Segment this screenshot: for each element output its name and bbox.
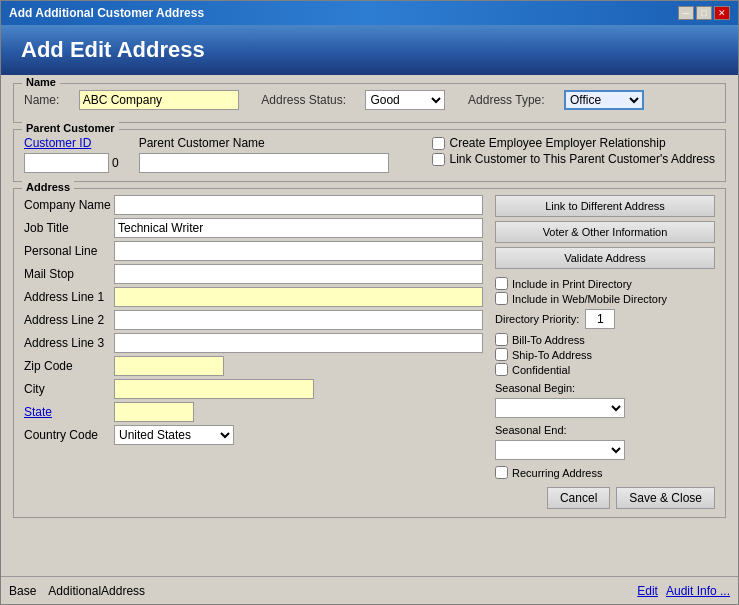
address-status-select[interactable]: Good bbox=[365, 90, 445, 110]
seasonal-end-label: Seasonal End: bbox=[495, 424, 715, 436]
confidential-label: Confidential bbox=[512, 364, 570, 376]
maximize-button[interactable]: □ bbox=[696, 6, 712, 20]
include-web-row: Include in Web/Mobile Directory bbox=[495, 292, 715, 305]
city-row: City bbox=[24, 379, 483, 399]
personal-line-row: Personal Line bbox=[24, 241, 483, 261]
city-input[interactable] bbox=[114, 379, 314, 399]
seasonal-end-select[interactable] bbox=[495, 440, 625, 460]
include-print-label: Include in Print Directory bbox=[512, 278, 632, 290]
window-controls: ─ □ ✕ bbox=[678, 6, 730, 20]
mail-stop-label: Mail Stop bbox=[24, 267, 114, 281]
validate-address-button[interactable]: Validate Address bbox=[495, 247, 715, 269]
action-buttons: Cancel Save & Close bbox=[495, 487, 715, 509]
recurring-checkbox[interactable] bbox=[495, 466, 508, 479]
address-type-label: Address Type: bbox=[468, 93, 545, 107]
name-section: Name Name: Address Status: Good Address … bbox=[13, 83, 726, 123]
voter-info-button[interactable]: Voter & Other Information bbox=[495, 221, 715, 243]
customer-id-link[interactable]: Customer ID bbox=[24, 136, 119, 150]
job-title-input[interactable] bbox=[114, 218, 483, 238]
address-section-title: Address bbox=[22, 181, 74, 193]
country-label: Country Code bbox=[24, 428, 114, 442]
recurring-label: Recurring Address bbox=[512, 467, 603, 479]
ship-to-row: Ship-To Address bbox=[495, 348, 715, 361]
link-customer-checkbox[interactable] bbox=[432, 153, 445, 166]
address-left: Company Name Job Title Personal Line Mai… bbox=[24, 195, 483, 509]
state-row: State bbox=[24, 402, 483, 422]
mail-stop-input[interactable] bbox=[114, 264, 483, 284]
ship-to-checkbox[interactable] bbox=[495, 348, 508, 361]
name-form-row: Name: Address Status: Good Address Type:… bbox=[24, 90, 715, 110]
country-select[interactable]: United States bbox=[114, 425, 234, 445]
job-title-row: Job Title bbox=[24, 218, 483, 238]
address3-label: Address Line 3 bbox=[24, 336, 114, 350]
bottom-right: Edit Audit Info ... bbox=[637, 584, 730, 598]
close-button[interactable]: ✕ bbox=[714, 6, 730, 20]
customer-id-number: 0 bbox=[112, 156, 119, 170]
minimize-button[interactable]: ─ bbox=[678, 6, 694, 20]
company-name-row: Company Name bbox=[24, 195, 483, 215]
right-buttons: Link to Different Address Voter & Other … bbox=[495, 195, 715, 269]
create-employee-checkbox[interactable] bbox=[432, 137, 445, 150]
address1-input[interactable] bbox=[114, 287, 483, 307]
include-print-checkbox[interactable] bbox=[495, 277, 508, 290]
right-options: Include in Print Directory Include in We… bbox=[495, 277, 715, 479]
parent-customer-name-input[interactable] bbox=[139, 153, 389, 173]
state-link[interactable]: State bbox=[24, 405, 114, 419]
address2-row: Address Line 2 bbox=[24, 310, 483, 330]
page-header: Add Edit Address bbox=[1, 25, 738, 75]
name-input[interactable] bbox=[79, 90, 239, 110]
address-type-select[interactable]: Office bbox=[564, 90, 644, 110]
parent-customer-title: Parent Customer bbox=[22, 122, 119, 134]
title-bar: Add Additional Customer Address ─ □ ✕ bbox=[1, 1, 738, 25]
dir-priority-row: Directory Priority: bbox=[495, 309, 715, 329]
name-label: Name: bbox=[24, 93, 59, 107]
main-content: Name Name: Address Status: Good Address … bbox=[1, 75, 738, 576]
bottom-bar: Base AdditionalAddress Edit Audit Info .… bbox=[1, 576, 738, 604]
address3-row: Address Line 3 bbox=[24, 333, 483, 353]
bottom-left: Base AdditionalAddress bbox=[9, 584, 637, 598]
address1-label: Address Line 1 bbox=[24, 290, 114, 304]
include-print-row: Include in Print Directory bbox=[495, 277, 715, 290]
address2-label: Address Line 2 bbox=[24, 313, 114, 327]
link-different-button[interactable]: Link to Different Address bbox=[495, 195, 715, 217]
personal-line-input[interactable] bbox=[114, 241, 483, 261]
zip-row: Zip Code bbox=[24, 356, 483, 376]
address2-input[interactable] bbox=[114, 310, 483, 330]
parent-checkboxes: Create Employee Employer Relationship Li… bbox=[432, 136, 715, 166]
confidential-row: Confidential bbox=[495, 363, 715, 376]
zip-input[interactable] bbox=[114, 356, 224, 376]
city-label: City bbox=[24, 382, 114, 396]
country-row: Country Code United States bbox=[24, 425, 483, 445]
job-title-label: Job Title bbox=[24, 221, 114, 235]
address3-input[interactable] bbox=[114, 333, 483, 353]
bill-to-row: Bill-To Address bbox=[495, 333, 715, 346]
customer-id-input[interactable] bbox=[24, 153, 109, 173]
state-input[interactable] bbox=[114, 402, 194, 422]
bill-to-checkbox[interactable] bbox=[495, 333, 508, 346]
name-section-title: Name bbox=[22, 76, 60, 88]
personal-line-label: Personal Line bbox=[24, 244, 114, 258]
mail-stop-row: Mail Stop bbox=[24, 264, 483, 284]
include-web-checkbox[interactable] bbox=[495, 292, 508, 305]
base-label: Base bbox=[9, 584, 36, 598]
zip-label: Zip Code bbox=[24, 359, 114, 373]
window-title: Add Additional Customer Address bbox=[9, 6, 204, 20]
confidential-checkbox[interactable] bbox=[495, 363, 508, 376]
save-close-button[interactable]: Save & Close bbox=[616, 487, 715, 509]
link-customer-label: Link Customer to This Parent Customer's … bbox=[449, 152, 715, 166]
page-title: Add Edit Address bbox=[21, 37, 205, 62]
seasonal-begin-label: Seasonal Begin: bbox=[495, 382, 715, 394]
edit-link[interactable]: Edit bbox=[637, 584, 658, 598]
include-web-label: Include in Web/Mobile Directory bbox=[512, 293, 667, 305]
link-customer-row: Link Customer to This Parent Customer's … bbox=[432, 152, 715, 166]
parent-customer-name-label: Parent Customer Name bbox=[139, 136, 413, 150]
cancel-button[interactable]: Cancel bbox=[547, 487, 610, 509]
audit-info-link[interactable]: Audit Info ... bbox=[666, 584, 730, 598]
dir-priority-input[interactable] bbox=[585, 309, 615, 329]
company-name-label: Company Name bbox=[24, 198, 114, 212]
address1-row: Address Line 1 bbox=[24, 287, 483, 307]
main-window: Add Additional Customer Address ─ □ ✕ Ad… bbox=[0, 0, 739, 605]
create-employee-label: Create Employee Employer Relationship bbox=[449, 136, 665, 150]
seasonal-begin-select[interactable] bbox=[495, 398, 625, 418]
company-name-input[interactable] bbox=[114, 195, 483, 215]
